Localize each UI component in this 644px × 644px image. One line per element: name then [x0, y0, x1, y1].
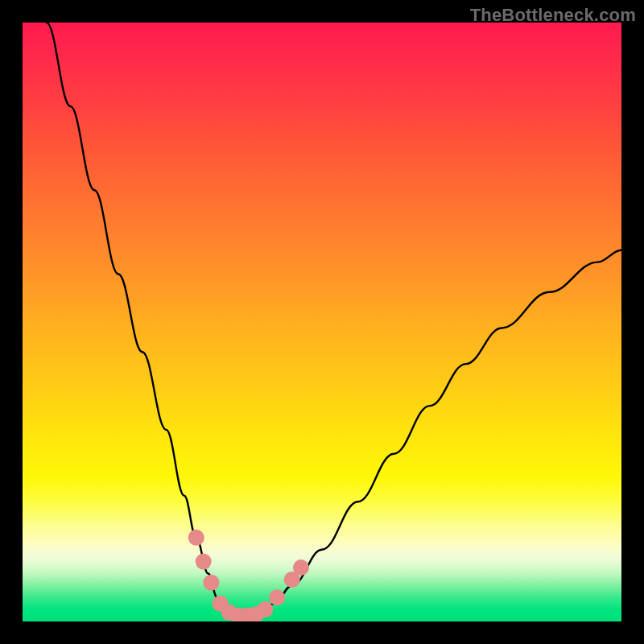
bottleneck-curve-path: [47, 23, 621, 616]
marker-dot: [293, 559, 309, 576]
watermark-text: TheBottleneck.com: [470, 5, 636, 26]
chart-frame: TheBottleneck.com: [0, 0, 644, 644]
marker-dot: [196, 554, 212, 570]
marker-dot: [203, 575, 219, 591]
marker-dot: [269, 589, 285, 605]
marker-dot: [257, 601, 273, 617]
plot-area: [23, 23, 621, 621]
marker-group: [188, 530, 309, 621]
curve-layer: [23, 23, 621, 621]
marker-dot: [188, 530, 204, 546]
